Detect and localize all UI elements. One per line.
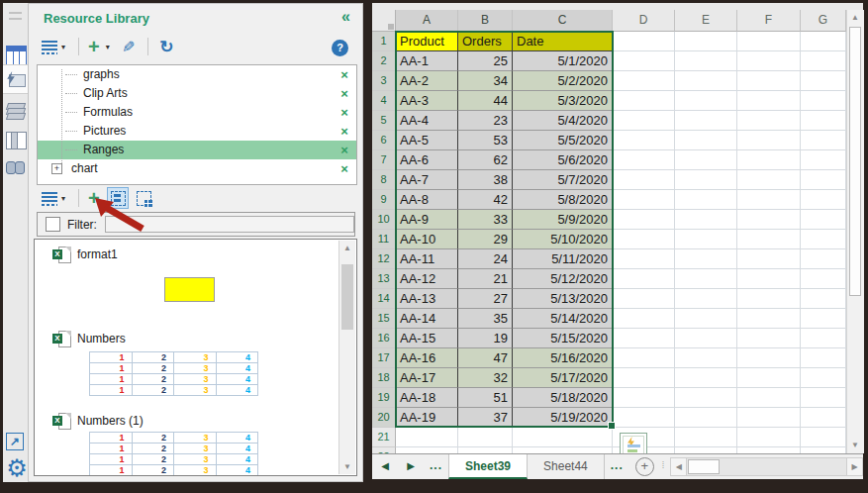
tab-sheet44[interactable]: Sheet44	[528, 454, 605, 479]
sheet-vertical-scrollbar[interactable]: ▲ ▼	[846, 10, 864, 453]
cell[interactable]: 62	[458, 150, 513, 170]
cell[interactable]	[801, 51, 846, 71]
cell[interactable]	[737, 329, 801, 348]
cell[interactable]: AA-19	[396, 408, 458, 428]
library-item[interactable]: Xformat1	[52, 246, 356, 263]
range-preview-table[interactable]: 1234123412341234	[89, 432, 258, 476]
cell[interactable]: AA-10	[396, 230, 458, 249]
filter-input[interactable]	[105, 216, 354, 233]
collapse-panel-icon[interactable]: «	[341, 8, 350, 26]
cell[interactable]	[675, 210, 737, 230]
list-scrollbar-thumb[interactable]	[341, 264, 353, 330]
items-menu-dropdown-icon[interactable]: ▾	[61, 194, 65, 203]
cell[interactable]	[737, 170, 801, 190]
cell[interactable]	[675, 388, 737, 408]
scroll-up-icon[interactable]: ▲	[339, 241, 355, 255]
cell[interactable]	[675, 309, 737, 329]
tree-item-formulas[interactable]: Formulas×	[38, 103, 356, 122]
row-header-15[interactable]: 15	[372, 309, 396, 329]
cell[interactable]: 21	[458, 269, 513, 289]
row-header-3[interactable]: 3	[372, 71, 396, 91]
cell[interactable]	[675, 289, 737, 309]
cell[interactable]: 5/8/2020	[513, 190, 613, 210]
cell[interactable]	[513, 428, 613, 447]
binoculars-icon[interactable]	[6, 157, 25, 176]
cell[interactable]	[675, 428, 737, 447]
cell[interactable]	[613, 131, 675, 150]
cell[interactable]	[458, 428, 513, 447]
prev-sheet-icon[interactable]: ◀	[372, 454, 398, 479]
row-header-13[interactable]: 13	[372, 269, 396, 289]
cell[interactable]: 34	[458, 71, 513, 91]
cell[interactable]: 42	[458, 190, 513, 210]
column-header-E[interactable]: E	[675, 10, 737, 32]
menu-dropdown-icon[interactable]: ▾	[61, 43, 65, 51]
cell[interactable]: 5/15/2020	[513, 329, 613, 348]
row-header-16[interactable]: 16	[372, 329, 396, 348]
selected-tool-tile[interactable]	[3, 64, 28, 94]
cell[interactable]: 35	[458, 309, 513, 329]
cell[interactable]	[801, 131, 846, 150]
cell[interactable]	[613, 348, 675, 368]
cell[interactable]	[801, 111, 846, 131]
cell[interactable]	[613, 32, 675, 51]
cell[interactable]	[801, 71, 846, 91]
column-header-B[interactable]: B	[458, 10, 513, 32]
worksheet-grid-icon[interactable]	[6, 46, 27, 66]
cell[interactable]	[801, 348, 846, 368]
cell[interactable]	[737, 190, 801, 210]
cell[interactable]: AA-4	[396, 111, 458, 131]
cell[interactable]: AA-15	[396, 329, 458, 348]
cell[interactable]: 47	[458, 348, 513, 368]
column-header-F[interactable]: F	[737, 10, 801, 32]
row-header-5[interactable]: 5	[372, 111, 396, 131]
cell[interactable]: 5/3/2020	[513, 91, 613, 111]
cell[interactable]: AA-5	[396, 131, 458, 150]
cell[interactable]: 25	[458, 51, 513, 71]
cell[interactable]	[737, 230, 801, 249]
cell[interactable]: 24	[458, 249, 513, 269]
row-header-17[interactable]: 17	[372, 348, 396, 368]
row-header-11[interactable]: 11	[372, 230, 396, 249]
cell[interactable]	[737, 131, 801, 150]
cell[interactable]	[801, 368, 846, 388]
cell[interactable]	[613, 210, 675, 230]
cell[interactable]: 5/9/2020	[513, 210, 613, 230]
cell[interactable]	[675, 190, 737, 210]
tree-item-clip-arts[interactable]: Clip Arts×	[38, 84, 356, 103]
horizontal-scrollbar[interactable]: ◀ ▶	[670, 457, 863, 476]
cell[interactable]: 5/11/2020	[513, 249, 613, 269]
cell[interactable]: 37	[458, 408, 513, 428]
cell[interactable]	[675, 249, 737, 269]
filter-checkbox[interactable]	[46, 217, 60, 232]
cell[interactable]	[737, 309, 801, 329]
cell[interactable]: 5/5/2020	[513, 131, 613, 150]
cell[interactable]	[801, 210, 846, 230]
cell[interactable]	[613, 408, 675, 428]
row-header-1[interactable]: 1	[372, 32, 396, 51]
cell[interactable]: 23	[458, 111, 513, 131]
cell[interactable]: 5/12/2020	[513, 269, 613, 289]
cell[interactable]: 5/19/2020	[513, 408, 613, 428]
cell[interactable]: 33	[458, 210, 513, 230]
cell[interactable]: 5/1/2020	[513, 51, 613, 71]
cell[interactable]	[675, 32, 737, 51]
fill-handle[interactable]	[608, 422, 616, 430]
cell[interactable]: 5/16/2020	[513, 348, 613, 368]
cell[interactable]: AA-16	[396, 348, 458, 368]
cell[interactable]	[613, 368, 675, 388]
hidden-sheets-right[interactable]: ...	[605, 454, 629, 479]
library-item[interactable]: XNumbers (1)	[52, 412, 356, 430]
cell[interactable]	[675, 368, 737, 388]
cell[interactable]	[737, 111, 801, 131]
cell[interactable]: 51	[458, 388, 513, 408]
cell[interactable]	[801, 309, 846, 329]
cell[interactable]	[613, 111, 675, 131]
cell[interactable]: AA-18	[396, 388, 458, 408]
cell[interactable]	[613, 170, 675, 190]
next-sheet-icon[interactable]: ▶	[398, 454, 424, 479]
cell[interactable]	[675, 408, 737, 428]
delete-group-icon[interactable]: ×	[333, 84, 356, 103]
add-item-button[interactable]: +	[88, 189, 100, 207]
sheet-scrollbar-thumb[interactable]	[849, 27, 861, 296]
